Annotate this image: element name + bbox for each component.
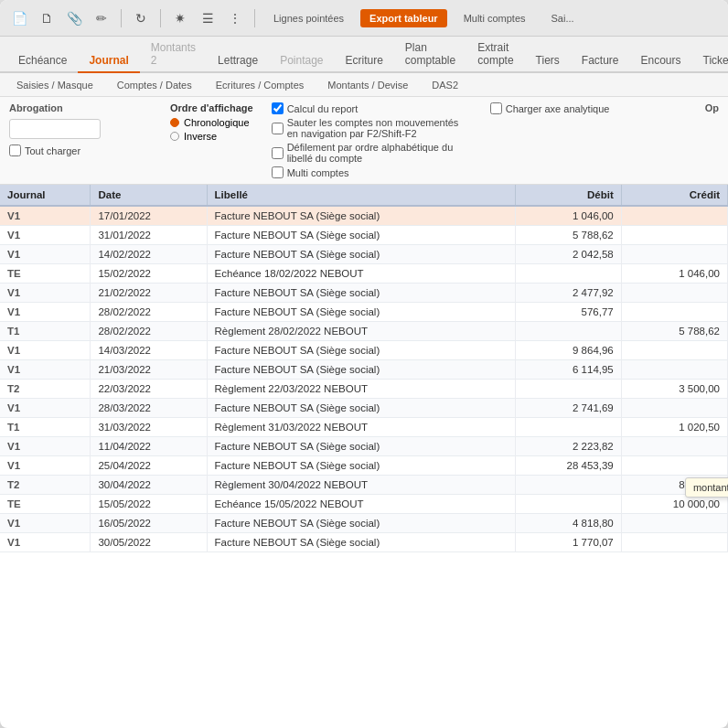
tout-charger-checkbox[interactable] xyxy=(9,145,21,156)
settings-icon[interactable]: ✷ xyxy=(170,8,190,28)
cell-libelle: Facture NEBOUT SA (Siège social) xyxy=(207,226,515,245)
sub-nav-saisies-masque[interactable]: Saisies / Masque xyxy=(7,77,102,93)
tab-lettrage[interactable]: Lettrage xyxy=(207,49,269,73)
table-row[interactable]: V1 28/03/2022 Facture NEBOUT SA (Siège s… xyxy=(0,399,728,418)
cell-journal: T2 xyxy=(0,380,91,399)
chronologique-label: Chronologique xyxy=(184,117,250,128)
cell-journal: TE xyxy=(0,495,91,514)
tooltip: montant débit en devise xyxy=(685,477,728,498)
cell-journal: T1 xyxy=(0,322,91,341)
cell-journal: V1 xyxy=(0,514,91,533)
brush-icon[interactable]: ✏ xyxy=(91,8,112,28)
table-row[interactable]: V1 21/03/2022 Facture NEBOUT SA (Siège s… xyxy=(0,360,728,380)
cell-libelle: Règlement 31/03/2022 NEBOUT xyxy=(207,418,515,437)
lignes-pointees-button[interactable]: Lignes pointées xyxy=(264,9,353,27)
tab-ticket[interactable]: Ticket xyxy=(692,49,728,73)
table-row[interactable]: V1 25/04/2022 Facture NEBOUT SA (Siège s… xyxy=(0,456,728,476)
table-row[interactable]: V1 28/02/2022 Facture NEBOUT SA (Siège s… xyxy=(0,303,728,322)
cell-debit xyxy=(515,264,621,284)
defilement-checkbox[interactable] xyxy=(272,147,284,159)
col-debit: Débit xyxy=(515,185,621,206)
tab-facture[interactable]: Facture xyxy=(571,49,630,73)
multi-comptes-checkbox[interactable] xyxy=(272,166,284,178)
chronologique-radio[interactable] xyxy=(170,118,179,127)
cell-journal: TE xyxy=(0,264,91,284)
tab-encours[interactable]: Encours xyxy=(630,49,692,73)
attachment-icon[interactable]: 📎 xyxy=(64,8,84,28)
cell-credit xyxy=(621,437,727,456)
table-row[interactable]: T1 28/02/2022 Règlement 28/02/2022 NEBOU… xyxy=(0,322,728,341)
cell-date: 31/01/2022 xyxy=(91,226,207,245)
defilement-row: Défilement par ordre alphabétique du lib… xyxy=(272,142,472,164)
table-row[interactable]: V1 21/02/2022 Facture NEBOUT SA (Siège s… xyxy=(0,284,728,303)
cell-journal: V1 xyxy=(0,206,91,226)
table-row[interactable]: TE 15/02/2022 Echéance 18/02/2022 NEBOUT… xyxy=(0,264,728,284)
sub-nav-ecritures-comptes[interactable]: Ecritures / Comptes xyxy=(207,77,314,93)
cell-credit xyxy=(621,360,727,380)
cell-credit: 1 046,00 xyxy=(621,264,727,284)
table-row[interactable]: V1 16/05/2022 Facture NEBOUT SA (Siège s… xyxy=(0,514,728,533)
calcul-report-label: Calcul du report xyxy=(287,103,359,114)
col-credit: Crédit xyxy=(621,185,727,206)
tout-charger-label: Tout charger xyxy=(25,145,80,156)
table-row[interactable]: V1 31/01/2022 Facture NEBOUT SA (Siège s… xyxy=(0,226,728,245)
tab-journal[interactable]: Journal xyxy=(78,49,139,73)
checks-panel: Calcul du report Sauter les comptes non … xyxy=(272,102,472,178)
table-row[interactable]: TE 15/05/2022 Echéance 15/05/2022 NEBOUT… xyxy=(0,495,728,514)
cell-journal: V1 xyxy=(0,399,91,418)
cell-date: 25/04/2022 xyxy=(91,456,207,476)
table-row[interactable]: T2 22/03/2022 Règlement 22/03/2022 NEBOU… xyxy=(0,380,728,399)
cell-libelle: Facture NEBOUT SA (Siège social) xyxy=(207,206,515,226)
sub-nav-comptes-dates[interactable]: Comptes / Dates xyxy=(108,77,201,93)
cell-libelle: Facture NEBOUT SA (Siège social) xyxy=(207,437,515,456)
cell-journal: T2 xyxy=(0,476,91,495)
table-row[interactable]: V1 30/05/2022 Facture NEBOUT SA (Siège s… xyxy=(0,533,728,552)
cell-libelle: Echéance 15/05/2022 NEBOUT xyxy=(207,495,515,514)
chronologique-radio-row: Chronologique xyxy=(170,117,253,128)
hierarchy-icon[interactable]: ☰ xyxy=(198,8,218,28)
table-row[interactable]: V1 14/03/2022 Facture NEBOUT SA (Siège s… xyxy=(0,341,728,360)
new-file-icon[interactable]: 🗋 xyxy=(37,8,57,28)
sub-nav-das2[interactable]: DAS2 xyxy=(423,77,467,93)
table-row[interactable]: T1 31/03/2022 Règlement 31/03/2022 NEBOU… xyxy=(0,418,728,437)
cell-debit: 2 042,58 xyxy=(515,245,621,264)
tab-tiers[interactable]: Tiers xyxy=(525,49,571,73)
cell-journal: V1 xyxy=(0,360,91,380)
cell-journal: V1 xyxy=(0,341,91,360)
table-row[interactable]: V1 14/02/2022 Facture NEBOUT SA (Siège s… xyxy=(0,245,728,264)
table-row[interactable]: T2 30/04/2022 Règlement 30/04/2022 NEBOU… xyxy=(0,476,728,495)
tab-extrait-compte[interactable]: Extrait compte xyxy=(466,37,524,73)
tab-pointage[interactable]: Pointage xyxy=(269,49,334,73)
cell-journal: V1 xyxy=(0,245,91,264)
table-row[interactable]: V1 11/04/2022 Facture NEBOUT SA (Siège s… xyxy=(0,437,728,456)
refresh-icon[interactable]: ↻ xyxy=(131,8,151,28)
cell-date: 11/04/2022 xyxy=(91,437,207,456)
tab-ecriture[interactable]: Ecriture xyxy=(335,49,394,73)
inverse-radio[interactable] xyxy=(170,132,179,141)
cell-credit xyxy=(621,533,727,552)
table-row[interactable]: V1 17/01/2022 Facture NEBOUT SA (Siège s… xyxy=(0,206,728,226)
cell-journal: V1 xyxy=(0,533,91,552)
cell-credit: 1 020,50 xyxy=(621,418,727,437)
abrogation-input[interactable] xyxy=(9,119,101,139)
file-icon[interactable]: 📄 xyxy=(9,8,29,28)
cell-credit xyxy=(621,456,727,476)
toolbar-separator xyxy=(121,9,122,27)
sub-nav-montants-devise[interactable]: Montants / Devise xyxy=(318,77,417,93)
cell-date: 21/03/2022 xyxy=(91,360,207,380)
export-tableur-button[interactable]: Export tableur xyxy=(360,9,447,27)
calcul-report-checkbox[interactable] xyxy=(272,102,284,114)
cell-libelle: Règlement 30/04/2022 NEBOUT xyxy=(207,476,515,495)
tab-plan-comptable[interactable]: Plan comptable xyxy=(394,37,466,73)
saisie-button[interactable]: Sai... xyxy=(542,9,583,27)
charger-axe-checkbox[interactable] xyxy=(490,102,502,114)
cell-journal: V1 xyxy=(0,456,91,476)
multi-comptes-button[interactable]: Multi comptes xyxy=(455,9,535,27)
tab-montants2[interactable]: Montants 2 xyxy=(140,37,207,73)
columns-icon[interactable]: ⋮ xyxy=(225,8,245,28)
sauter-comptes-checkbox[interactable] xyxy=(272,123,284,134)
tab-echeance[interactable]: Echéance xyxy=(7,49,78,73)
charger-axe-label: Charger axe analytique xyxy=(506,103,610,114)
cell-date: 31/03/2022 xyxy=(91,418,207,437)
cell-libelle: Facture NEBOUT SA (Siège social) xyxy=(207,360,515,380)
